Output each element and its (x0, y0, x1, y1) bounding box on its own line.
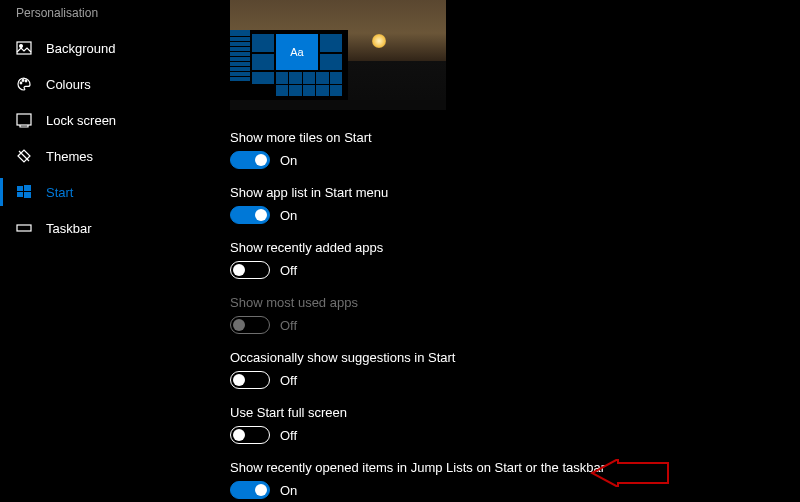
toggle-state: Off (280, 318, 297, 333)
sidebar-item-colours[interactable]: Colours (0, 66, 200, 102)
setting-suggestions: Occasionally show suggestions in Start O… (230, 350, 800, 389)
svg-point-3 (22, 80, 24, 82)
toggle-state: Off (280, 263, 297, 278)
setting-label: Show recently opened items in Jump Lists… (230, 460, 800, 475)
toggle-recently-added[interactable] (230, 261, 270, 279)
toggle-state: On (280, 208, 297, 223)
sidebar-item-taskbar[interactable]: Taskbar (0, 210, 200, 246)
toggle-state: Off (280, 428, 297, 443)
sidebar-item-background[interactable]: Background (0, 30, 200, 66)
svg-rect-8 (17, 192, 23, 197)
setting-most-used: Show most used apps Off (230, 295, 800, 334)
svg-rect-5 (17, 114, 31, 125)
setting-label: Occasionally show suggestions in Start (230, 350, 800, 365)
sidebar-item-label: Lock screen (46, 113, 116, 128)
toggle-state: On (280, 153, 297, 168)
setting-jump-lists: Show recently opened items in Jump Lists… (230, 460, 800, 499)
sidebar-item-label: Taskbar (46, 221, 92, 236)
toggle-show-app-list[interactable] (230, 206, 270, 224)
toggle-most-used (230, 316, 270, 334)
svg-point-1 (20, 45, 23, 48)
toggle-suggestions[interactable] (230, 371, 270, 389)
setting-label: Show app list in Start menu (230, 185, 800, 200)
sidebar-header: Personalisation (0, 6, 200, 30)
svg-rect-6 (17, 186, 23, 191)
sidebar-item-lock-screen[interactable]: Lock screen (0, 102, 200, 138)
toggle-jump-lists[interactable] (230, 481, 270, 499)
setting-label: Show most used apps (230, 295, 800, 310)
setting-recently-added: Show recently added apps Off (230, 240, 800, 279)
svg-rect-0 (17, 42, 31, 54)
picture-icon (16, 40, 32, 56)
toggle-full-screen[interactable] (230, 426, 270, 444)
setting-full-screen: Use Start full screen Off (230, 405, 800, 444)
toggle-state: On (280, 483, 297, 498)
svg-rect-9 (24, 192, 31, 198)
themes-icon (16, 148, 32, 164)
setting-show-more-tiles: Show more tiles on Start On (230, 130, 800, 169)
svg-point-2 (20, 82, 22, 84)
setting-show-app-list: Show app list in Start menu On (230, 185, 800, 224)
toggle-state: Off (280, 373, 297, 388)
palette-icon (16, 76, 32, 92)
setting-label: Show more tiles on Start (230, 130, 800, 145)
svg-rect-10 (17, 225, 31, 231)
start-icon (16, 184, 32, 200)
sidebar-item-label: Colours (46, 77, 91, 92)
preview-tile-big: Aa (276, 34, 318, 70)
sidebar-item-start[interactable]: Start (0, 174, 200, 210)
setting-label: Show recently added apps (230, 240, 800, 255)
lock-screen-icon (16, 112, 32, 128)
sidebar-item-themes[interactable]: Themes (0, 138, 200, 174)
svg-point-4 (25, 80, 27, 82)
sidebar-item-label: Start (46, 185, 73, 200)
start-preview-image: Aa (230, 0, 446, 110)
svg-rect-7 (24, 185, 31, 191)
sidebar-item-label: Background (46, 41, 115, 56)
toggle-show-more-tiles[interactable] (230, 151, 270, 169)
setting-label: Use Start full screen (230, 405, 800, 420)
sidebar: Personalisation Background Colours (0, 0, 200, 502)
content-panel: Aa Show more tiles on Start On Show app … (200, 0, 800, 502)
sidebar-item-label: Themes (46, 149, 93, 164)
taskbar-icon (16, 220, 32, 236)
